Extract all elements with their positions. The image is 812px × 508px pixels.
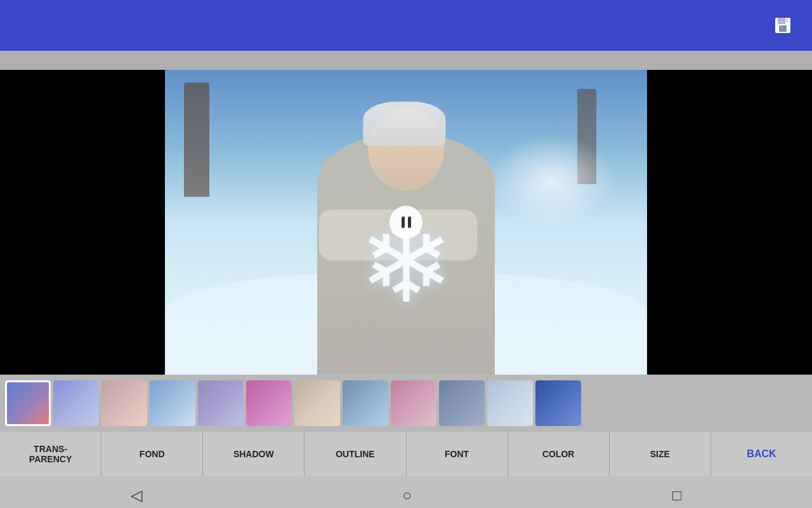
save-button[interactable] bbox=[769, 11, 797, 39]
svg-rect-2 bbox=[779, 25, 787, 32]
thumbnail-6[interactable] bbox=[246, 380, 292, 426]
top-bar bbox=[0, 0, 812, 51]
thumbnail-10[interactable] bbox=[439, 380, 485, 426]
sub-bar bbox=[0, 51, 812, 70]
thumbnail-1[interactable] bbox=[5, 380, 51, 426]
shadow-button[interactable]: SHADOW bbox=[203, 432, 304, 476]
pause-icon bbox=[402, 217, 411, 228]
svg-rect-3 bbox=[785, 18, 788, 22]
right-panel bbox=[647, 70, 812, 375]
thumbnail-7[interactable] bbox=[294, 380, 340, 426]
thumbnail-11[interactable] bbox=[487, 380, 533, 426]
canvas-area: ❄ bbox=[0, 70, 812, 375]
fond-button[interactable]: FOND bbox=[102, 432, 203, 476]
color-button[interactable]: COLOR bbox=[508, 432, 610, 476]
thumbnail-9[interactable] bbox=[391, 380, 436, 426]
thumbnail-12[interactable] bbox=[535, 380, 581, 426]
thumbnail-2[interactable] bbox=[53, 380, 99, 426]
recents-nav-icon[interactable]: □ bbox=[647, 481, 707, 508]
thumbnail-3[interactable] bbox=[102, 380, 147, 426]
thumbnail-4[interactable] bbox=[150, 380, 195, 426]
save-icon bbox=[773, 15, 793, 36]
thumbnail-8[interactable] bbox=[343, 380, 388, 426]
back-nav-icon[interactable]: ◁ bbox=[105, 481, 167, 508]
left-panel bbox=[0, 70, 165, 375]
thumbnail-5[interactable] bbox=[198, 380, 244, 426]
bottom-nav: ◁ ○ □ bbox=[0, 476, 812, 508]
size-button[interactable]: SIZE bbox=[610, 432, 711, 476]
main-image: ❄ bbox=[165, 70, 647, 375]
outline-button[interactable]: OUTLINE bbox=[304, 432, 406, 476]
bottom-toolbar: TRANS- PARENCY FOND SHADOW OUTLINE FONT … bbox=[0, 432, 812, 476]
svg-rect-1 bbox=[778, 18, 785, 24]
thumbnail-strip bbox=[0, 375, 812, 432]
pause-button[interactable] bbox=[390, 206, 422, 239]
font-button[interactable]: FONT bbox=[407, 432, 508, 476]
home-nav-icon[interactable]: ○ bbox=[377, 481, 438, 508]
transparency-button[interactable]: TRANS- PARENCY bbox=[0, 432, 102, 476]
back-button[interactable]: BACK bbox=[711, 432, 812, 476]
